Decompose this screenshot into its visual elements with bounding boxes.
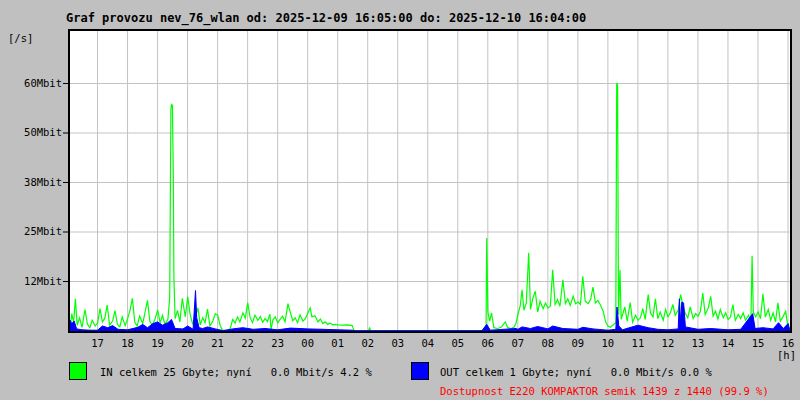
x-tick-label: 20 [175,337,201,349]
x-tick-label: 03 [385,337,411,349]
page-title: Graf provozu nev_76_wlan od: 2025-12-09 … [66,11,586,25]
x-tick-label: 07 [505,337,531,349]
in-legend-label: IN celkem 25 Gbyte; nyní 0.0 Mbit/s 4.2 … [100,366,372,378]
y-tick-label: 12Mbit [0,275,62,287]
x-tick-label: 09 [565,337,591,349]
x-tick-label: 15 [745,337,771,349]
x-tick-label: 13 [685,337,711,349]
x-tick-label: 18 [115,337,141,349]
y-axis-unit-label: [/s] [8,32,33,44]
in-legend-swatch [69,362,87,380]
x-tick-label: 04 [415,337,441,349]
x-tick-label: 19 [145,337,171,349]
x-tick-label: 05 [445,337,471,349]
x-tick-label: 22 [235,337,261,349]
out-legend-label: OUT celkem 1 Gbyte; nyní 0.0 Mbit/s 0.0 … [440,366,712,378]
x-tick-label: 23 [265,337,291,349]
x-axis-unit-label: [h] [772,349,796,361]
x-tick-label: 10 [595,337,621,349]
x-tick-label: 12 [655,337,681,349]
mrtg-traffic-page: { "title": "Graf provozu nev_76_wlan od:… [0,0,800,400]
x-tick-label: 06 [475,337,501,349]
y-tick-label: 60Mbit [0,77,62,89]
x-tick-label: 02 [355,337,381,349]
x-tick-label: 11 [625,337,651,349]
x-tick-label: 17 [85,337,111,349]
x-tick-label: 00 [295,337,321,349]
x-tick-label: 16 [775,337,800,349]
y-tick-label: 25Mbit [0,225,62,237]
x-tick-label: 21 [205,337,231,349]
x-tick-label: 01 [325,337,351,349]
x-tick-label: 14 [715,337,741,349]
y-tick-label: 50Mbit [0,126,62,138]
y-tick-label: 38Mbit [0,176,62,188]
availability-status-text: Dostupnost E220 KOMPAKTOR semik 1439 z 1… [440,385,769,397]
out-legend-swatch [411,362,429,380]
x-tick-label: 08 [535,337,561,349]
